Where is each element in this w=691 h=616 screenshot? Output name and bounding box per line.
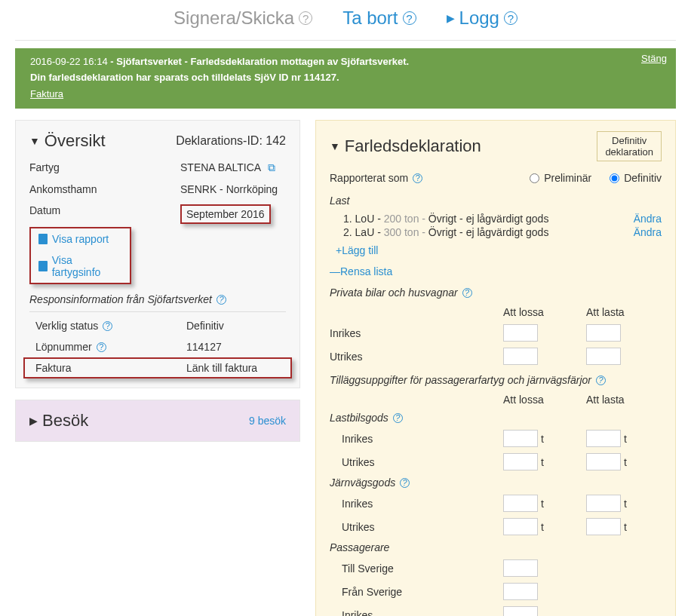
visa-rapport-link[interactable]: Visa rapport: [38, 233, 122, 245]
status-badge: Definitiv deklaration: [597, 131, 662, 161]
utrikes-lossa-input[interactable]: [503, 348, 538, 365]
last-item: 1. LoU - 200 ton - Övrigt - ej lågvärdig…: [343, 213, 662, 225]
item-rest: Övrigt - ej lågvärdigt gods: [428, 213, 549, 225]
unit-t: t: [624, 456, 627, 468]
lastbils-inrikes-lossa-input[interactable]: [503, 430, 538, 447]
radio-definitiv[interactable]: [610, 173, 619, 183]
caret-down-icon: ▼: [29, 135, 40, 147]
lopnummer-label: Löpnummer: [35, 341, 92, 353]
unit-t: t: [541, 456, 544, 468]
help-icon[interactable]: ?: [103, 321, 112, 331]
utrikes-lasta-input[interactable]: [586, 348, 621, 365]
notification-timestamp: 2016-09-22 16:14: [30, 56, 108, 67]
item-code: LaU -: [355, 226, 384, 238]
lopnummer-label-wrap: Löpnummer ?: [35, 341, 186, 353]
separator: [29, 311, 286, 312]
farled-title[interactable]: ▼ Farledsdeklaration: [330, 136, 481, 156]
tillagg-header: Tilläggsuppgifter för passagerarfartyg o…: [330, 374, 591, 386]
col-att-lossa: Att lossa: [503, 394, 579, 406]
row-fran-sv: Från Sverige: [330, 586, 496, 598]
rensa-lista-link[interactable]: —Rensa lista: [330, 265, 662, 277]
responsinfo-header: Responsinformation från Sjöfartsverket ?: [29, 293, 286, 305]
notification-banner: Stäng 2016-09-22 16:14 - Sjöfartsverket …: [15, 48, 676, 109]
lagg-till-link[interactable]: +Lägg till: [336, 244, 378, 256]
help-icon[interactable]: ?: [299, 11, 312, 25]
responsinfo-label: Responsinformation från Sjöfartsverket: [29, 293, 212, 305]
besok-title[interactable]: ▶ Besök: [29, 411, 88, 431]
notification-faktura-link[interactable]: Faktura: [30, 88, 63, 100]
jarnvag-inrikes-lasta-input[interactable]: [586, 495, 621, 512]
item-num: 1.: [343, 213, 352, 225]
till-sv-input[interactable]: [503, 559, 538, 577]
notification-line2: Din farledsdeklaration har sparats och t…: [30, 72, 661, 83]
tab-log[interactable]: ▶ Logg ?: [447, 8, 517, 29]
privata-header: Privata bilar och husvagnar: [330, 287, 458, 299]
oversikt-title-text: Översikt: [45, 131, 106, 151]
row-till-sv: Till Sverige: [330, 562, 496, 575]
row-utrikes: Utrikes: [330, 351, 496, 363]
jarnvag-inrikes-lossa-input[interactable]: [503, 495, 538, 512]
row-lastbils-inrikes: Inrikes: [330, 433, 496, 445]
tab-delete-label: Ta bort: [342, 8, 398, 29]
verklig-status-label: Verklig status: [35, 320, 98, 332]
preliminar-label: Preliminär: [544, 172, 591, 184]
andra-link[interactable]: Ändra: [634, 226, 662, 238]
close-link[interactable]: Stäng: [641, 53, 667, 64]
decl-id-label: Deklarations-ID:: [176, 134, 263, 147]
help-icon[interactable]: ?: [462, 288, 472, 298]
help-icon[interactable]: ?: [97, 342, 106, 352]
farled-title-text: Farledsdeklaration: [345, 136, 481, 156]
col-att-lasta: Att lasta: [586, 306, 662, 318]
lopnummer-value: 114127: [186, 341, 222, 353]
lastbils-inrikes-lasta-input[interactable]: [586, 430, 621, 447]
row-jarnvag-inrikes: Inrikes: [330, 498, 496, 510]
tab-log-label: Logg: [459, 8, 499, 29]
oversikt-panel: ▼ Översikt Deklarations-ID: 142 Fartyg S…: [15, 120, 300, 388]
top-tabs: Signera/Skicka ? Ta bort ? ▶ Logg ?: [15, 0, 676, 41]
faktura-link[interactable]: Länk till faktura: [186, 362, 257, 374]
links-highlight-box: Visa rapport Visa fartygsinfo: [29, 227, 131, 284]
inrikes-lasta-input[interactable]: [586, 324, 621, 342]
besok-title-text: Besök: [42, 411, 88, 431]
lastbils-utrikes-lasta-input[interactable]: [586, 453, 621, 470]
item-code: LoU -: [355, 213, 384, 225]
item-rest: Övrigt - ej lågvärdigt gods: [428, 226, 549, 238]
row-pass-inrikes: Inrikes: [330, 609, 496, 617]
ankomst-value: SENRK - Norrköping: [180, 183, 278, 195]
visa-fartygsinfo-link[interactable]: Visa fartygsinfo: [38, 254, 122, 278]
farled-panel: ▼ Farledsdeklaration Definitiv deklarati…: [315, 120, 676, 616]
pass-inrikes-input[interactable]: [503, 606, 538, 616]
jarnvag-utrikes-lossa-input[interactable]: [503, 518, 538, 535]
unit-t: t: [541, 521, 544, 533]
tillagg-header-wrap: Tilläggsuppgifter för passagerarfartyg o…: [330, 374, 662, 386]
help-icon[interactable]: ?: [596, 375, 606, 385]
item-grey: 300 ton -: [384, 226, 428, 238]
row-lastbils-utrikes: Utrikes: [330, 456, 496, 468]
help-icon[interactable]: ?: [400, 478, 410, 488]
lastbils-utrikes-lossa-input[interactable]: [503, 453, 538, 470]
help-icon[interactable]: ?: [504, 11, 517, 25]
item-num: 2.: [343, 226, 352, 238]
radio-preliminar[interactable]: [530, 173, 539, 183]
row-inrikes: Inrikes: [330, 327, 496, 339]
jarnvag-utrikes-lasta-input[interactable]: [586, 518, 621, 535]
andra-link[interactable]: Ändra: [634, 213, 662, 225]
copy-icon[interactable]: ⧉: [268, 161, 275, 173]
lastbils-header-wrap: Lastbilsgods ?: [330, 412, 662, 424]
rapporterat-label: Rapporterat som: [330, 172, 408, 184]
item-grey: 200 ton -: [384, 213, 428, 225]
help-icon[interactable]: ?: [393, 413, 403, 423]
besok-count-link[interactable]: 9 besök: [249, 415, 286, 427]
oversikt-title[interactable]: ▼ Översikt: [29, 131, 106, 151]
visa-fartyg-label: Visa fartygsinfo: [52, 254, 122, 278]
decl-id-value: 142: [266, 134, 286, 147]
help-icon[interactable]: ?: [217, 295, 226, 305]
unit-t: t: [541, 433, 544, 445]
help-icon[interactable]: ?: [403, 11, 416, 25]
fartyg-label: Fartyg: [29, 161, 180, 174]
tab-delete[interactable]: Ta bort ?: [342, 8, 416, 29]
help-icon[interactable]: ?: [413, 173, 422, 183]
inrikes-lossa-input[interactable]: [503, 324, 538, 342]
fran-sv-input[interactable]: [503, 583, 538, 600]
tab-sign[interactable]: Signera/Skicka ?: [174, 8, 312, 29]
